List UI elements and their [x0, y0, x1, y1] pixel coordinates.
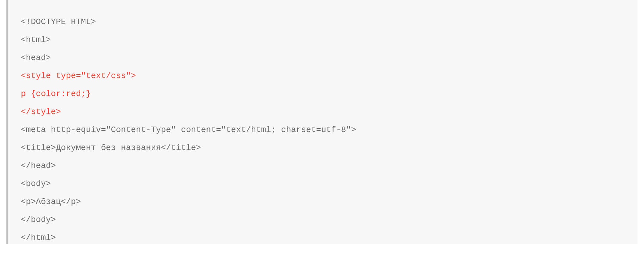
- code-line: <title>Документ без названия</title>: [21, 139, 625, 157]
- code-line-highlighted: </style>: [21, 103, 625, 121]
- code-line: <body>: [21, 175, 625, 193]
- code-line: <html>: [21, 31, 625, 49]
- code-line: </body>: [21, 211, 625, 229]
- code-line-highlighted: p {color:red;}: [21, 85, 625, 103]
- code-line: <!DOCTYPE HTML>: [21, 13, 625, 31]
- code-line-highlighted: <style type="text/css">: [21, 67, 625, 85]
- code-line: </head>: [21, 157, 625, 175]
- code-block: <!DOCTYPE HTML> <html> <head> <style typ…: [6, 0, 638, 244]
- code-line: <p>Абзац</p>: [21, 193, 625, 211]
- code-line: <head>: [21, 49, 625, 67]
- code-line: <meta http-equiv="Content-Type" content=…: [21, 121, 625, 139]
- code-line: </html>: [21, 229, 625, 244]
